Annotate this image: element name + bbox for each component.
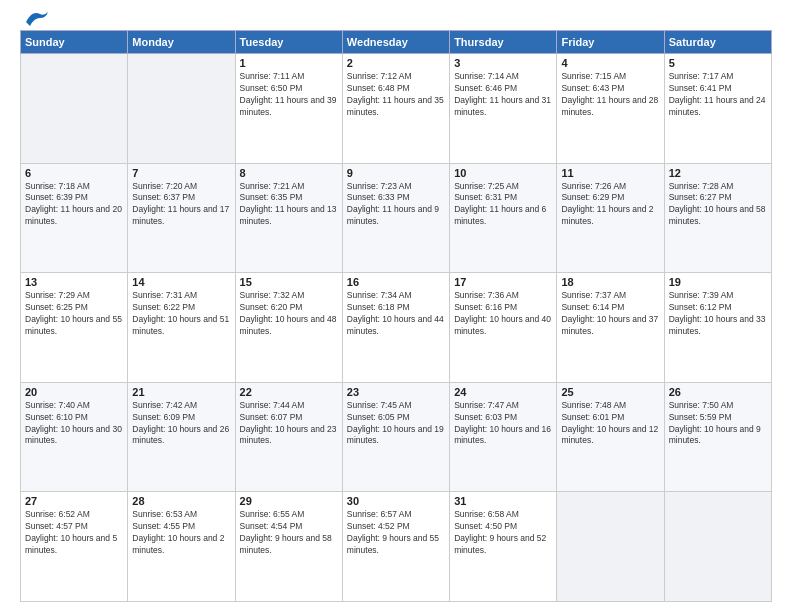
- day-number: 19: [669, 276, 767, 288]
- weekday-header-thursday: Thursday: [450, 31, 557, 54]
- cell-info: Sunrise: 7:50 AM Sunset: 5:59 PM Dayligh…: [669, 400, 767, 448]
- sunrise-text: Sunrise: 6:53 AM: [132, 509, 197, 519]
- sunset-text: Sunset: 4:52 PM: [347, 521, 410, 531]
- day-number: 6: [25, 167, 123, 179]
- calendar-cell: 23 Sunrise: 7:45 AM Sunset: 6:05 PM Dayl…: [342, 382, 449, 492]
- sunset-text: Sunset: 4:55 PM: [132, 521, 195, 531]
- day-number: 17: [454, 276, 552, 288]
- page: SundayMondayTuesdayWednesdayThursdayFrid…: [0, 0, 792, 612]
- sunset-text: Sunset: 6:18 PM: [347, 302, 410, 312]
- calendar-cell: 29 Sunrise: 6:55 AM Sunset: 4:54 PM Dayl…: [235, 492, 342, 602]
- daylight-text: Daylight: 9 hours and 55 minutes.: [347, 533, 439, 555]
- sunset-text: Sunset: 6:22 PM: [132, 302, 195, 312]
- cell-info: Sunrise: 7:25 AM Sunset: 6:31 PM Dayligh…: [454, 181, 552, 229]
- sunset-text: Sunset: 4:50 PM: [454, 521, 517, 531]
- day-number: 12: [669, 167, 767, 179]
- day-number: 3: [454, 57, 552, 69]
- daylight-text: Daylight: 11 hours and 24 minutes.: [669, 95, 766, 117]
- sunset-text: Sunset: 6:50 PM: [240, 83, 303, 93]
- daylight-text: Daylight: 10 hours and 2 minutes.: [132, 533, 224, 555]
- sunrise-text: Sunrise: 7:39 AM: [669, 290, 734, 300]
- calendar-cell: 6 Sunrise: 7:18 AM Sunset: 6:39 PM Dayli…: [21, 163, 128, 273]
- sunrise-text: Sunrise: 7:45 AM: [347, 400, 412, 410]
- logo: [20, 16, 50, 22]
- day-number: 22: [240, 386, 338, 398]
- cell-info: Sunrise: 7:26 AM Sunset: 6:29 PM Dayligh…: [561, 181, 659, 229]
- day-number: 10: [454, 167, 552, 179]
- daylight-text: Daylight: 10 hours and 23 minutes.: [240, 424, 337, 446]
- sunset-text: Sunset: 6:20 PM: [240, 302, 303, 312]
- sunset-text: Sunset: 6:43 PM: [561, 83, 624, 93]
- sunset-text: Sunset: 5:59 PM: [669, 412, 732, 422]
- sunrise-text: Sunrise: 7:34 AM: [347, 290, 412, 300]
- cell-info: Sunrise: 7:20 AM Sunset: 6:37 PM Dayligh…: [132, 181, 230, 229]
- day-number: 2: [347, 57, 445, 69]
- weekday-header-wednesday: Wednesday: [342, 31, 449, 54]
- cell-info: Sunrise: 7:21 AM Sunset: 6:35 PM Dayligh…: [240, 181, 338, 229]
- day-number: 18: [561, 276, 659, 288]
- daylight-text: Daylight: 10 hours and 30 minutes.: [25, 424, 122, 446]
- day-number: 23: [347, 386, 445, 398]
- calendar-cell: 15 Sunrise: 7:32 AM Sunset: 6:20 PM Dayl…: [235, 273, 342, 383]
- sunrise-text: Sunrise: 7:31 AM: [132, 290, 197, 300]
- sunset-text: Sunset: 6:33 PM: [347, 192, 410, 202]
- weekday-header-friday: Friday: [557, 31, 664, 54]
- day-number: 1: [240, 57, 338, 69]
- calendar-cell: [664, 492, 771, 602]
- calendar-cell: 2 Sunrise: 7:12 AM Sunset: 6:48 PM Dayli…: [342, 54, 449, 164]
- day-number: 27: [25, 495, 123, 507]
- sunset-text: Sunset: 4:54 PM: [240, 521, 303, 531]
- calendar-cell: 28 Sunrise: 6:53 AM Sunset: 4:55 PM Dayl…: [128, 492, 235, 602]
- calendar-cell: 22 Sunrise: 7:44 AM Sunset: 6:07 PM Dayl…: [235, 382, 342, 492]
- daylight-text: Daylight: 9 hours and 52 minutes.: [454, 533, 546, 555]
- daylight-text: Daylight: 10 hours and 12 minutes.: [561, 424, 658, 446]
- cell-info: Sunrise: 7:32 AM Sunset: 6:20 PM Dayligh…: [240, 290, 338, 338]
- day-number: 5: [669, 57, 767, 69]
- calendar-cell: 9 Sunrise: 7:23 AM Sunset: 6:33 PM Dayli…: [342, 163, 449, 273]
- sunrise-text: Sunrise: 6:52 AM: [25, 509, 90, 519]
- cell-info: Sunrise: 7:39 AM Sunset: 6:12 PM Dayligh…: [669, 290, 767, 338]
- daylight-text: Daylight: 11 hours and 39 minutes.: [240, 95, 337, 117]
- daylight-text: Daylight: 11 hours and 9 minutes.: [347, 204, 439, 226]
- daylight-text: Daylight: 10 hours and 51 minutes.: [132, 314, 229, 336]
- daylight-text: Daylight: 10 hours and 37 minutes.: [561, 314, 658, 336]
- cell-info: Sunrise: 7:23 AM Sunset: 6:33 PM Dayligh…: [347, 181, 445, 229]
- calendar-cell: 10 Sunrise: 7:25 AM Sunset: 6:31 PM Dayl…: [450, 163, 557, 273]
- sunrise-text: Sunrise: 7:17 AM: [669, 71, 734, 81]
- cell-info: Sunrise: 7:42 AM Sunset: 6:09 PM Dayligh…: [132, 400, 230, 448]
- cell-info: Sunrise: 7:44 AM Sunset: 6:07 PM Dayligh…: [240, 400, 338, 448]
- cell-info: Sunrise: 6:53 AM Sunset: 4:55 PM Dayligh…: [132, 509, 230, 557]
- daylight-text: Daylight: 11 hours and 6 minutes.: [454, 204, 546, 226]
- daylight-text: Daylight: 11 hours and 17 minutes.: [132, 204, 229, 226]
- calendar-cell: 3 Sunrise: 7:14 AM Sunset: 6:46 PM Dayli…: [450, 54, 557, 164]
- cell-info: Sunrise: 7:12 AM Sunset: 6:48 PM Dayligh…: [347, 71, 445, 119]
- calendar-cell: 12 Sunrise: 7:28 AM Sunset: 6:27 PM Dayl…: [664, 163, 771, 273]
- sunrise-text: Sunrise: 7:11 AM: [240, 71, 305, 81]
- cell-info: Sunrise: 7:14 AM Sunset: 6:46 PM Dayligh…: [454, 71, 552, 119]
- calendar-cell: 5 Sunrise: 7:17 AM Sunset: 6:41 PM Dayli…: [664, 54, 771, 164]
- day-number: 31: [454, 495, 552, 507]
- day-number: 13: [25, 276, 123, 288]
- sunset-text: Sunset: 6:29 PM: [561, 192, 624, 202]
- calendar-cell: 21 Sunrise: 7:42 AM Sunset: 6:09 PM Dayl…: [128, 382, 235, 492]
- sunset-text: Sunset: 6:05 PM: [347, 412, 410, 422]
- cell-info: Sunrise: 7:18 AM Sunset: 6:39 PM Dayligh…: [25, 181, 123, 229]
- day-number: 11: [561, 167, 659, 179]
- calendar-cell: 20 Sunrise: 7:40 AM Sunset: 6:10 PM Dayl…: [21, 382, 128, 492]
- weekday-header-sunday: Sunday: [21, 31, 128, 54]
- cell-info: Sunrise: 7:47 AM Sunset: 6:03 PM Dayligh…: [454, 400, 552, 448]
- sunrise-text: Sunrise: 7:47 AM: [454, 400, 519, 410]
- daylight-text: Daylight: 10 hours and 16 minutes.: [454, 424, 551, 446]
- calendar-cell: 31 Sunrise: 6:58 AM Sunset: 4:50 PM Dayl…: [450, 492, 557, 602]
- sunrise-text: Sunrise: 7:12 AM: [347, 71, 412, 81]
- weekday-header-monday: Monday: [128, 31, 235, 54]
- day-number: 8: [240, 167, 338, 179]
- calendar-cell: [21, 54, 128, 164]
- daylight-text: Daylight: 10 hours and 44 minutes.: [347, 314, 444, 336]
- weekday-header-tuesday: Tuesday: [235, 31, 342, 54]
- sunset-text: Sunset: 6:41 PM: [669, 83, 732, 93]
- sunrise-text: Sunrise: 7:28 AM: [669, 181, 734, 191]
- sunrise-text: Sunrise: 7:29 AM: [25, 290, 90, 300]
- sunrise-text: Sunrise: 6:55 AM: [240, 509, 305, 519]
- sunrise-text: Sunrise: 7:20 AM: [132, 181, 197, 191]
